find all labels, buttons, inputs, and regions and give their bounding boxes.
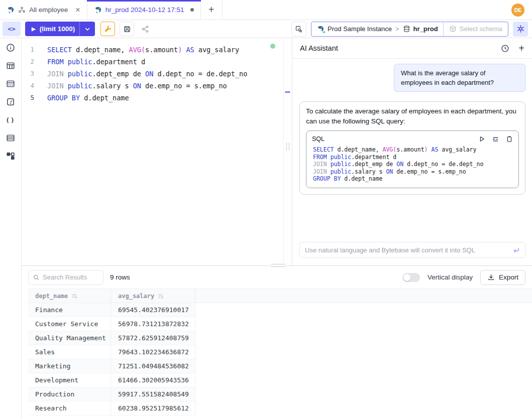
- ai-assistant-header: AI Assistant +: [292, 38, 532, 59]
- ai-assistant-toggle-button[interactable]: [513, 22, 528, 37]
- table-row[interactable]: Production59917.551582408549: [28, 387, 532, 401]
- table-data-icon: [6, 79, 15, 88]
- cell-dept-name[interactable]: Production: [28, 387, 111, 401]
- svg-text:f: f: [10, 99, 13, 105]
- table-header-row: dept_name avg_salary: [28, 289, 532, 303]
- schema-selector[interactable]: Select schema: [443, 22, 508, 36]
- cell-avg-salary[interactable]: 60238.952517985612: [111, 401, 195, 415]
- sort-icon[interactable]: [158, 293, 164, 299]
- cell-dept-name[interactable]: Marketing: [28, 359, 111, 373]
- run-query-button[interactable]: ▶ (limit 1000): [25, 22, 95, 36]
- results-toolbar: 9 rows Vertical display Export: [22, 266, 532, 289]
- results-resize-handle[interactable]: [271, 264, 286, 267]
- instance-name: Prod Sample Instance: [328, 25, 392, 33]
- cell-avg-salary[interactable]: 71251.049484536082: [111, 359, 195, 373]
- cell-avg-salary[interactable]: 61466.302005943536: [111, 373, 195, 387]
- tables-panel-button[interactable]: [5, 60, 16, 71]
- column-header-avg-salary[interactable]: avg_salary: [111, 289, 195, 303]
- info-panel-button[interactable]: [5, 42, 16, 53]
- ai-chat-area: What is the average salary of employees …: [292, 59, 532, 242]
- close-icon[interactable]: ×: [75, 6, 80, 14]
- code-language-label: SQL: [312, 134, 325, 144]
- function-icon: f: [6, 97, 15, 106]
- sql-editor[interactable]: 12345 SELECT d.dept_name, AVG(s.amount) …: [22, 38, 283, 265]
- cell-avg-salary[interactable]: 59917.551582408549: [111, 387, 195, 401]
- cell-dept-name[interactable]: Research: [28, 401, 111, 415]
- share-button[interactable]: [138, 22, 152, 36]
- postgres-icon: [316, 25, 325, 33]
- vertical-display-toggle[interactable]: [402, 273, 420, 282]
- sort-icon[interactable]: [71, 293, 77, 299]
- sql-editor-code[interactable]: SELECT d.dept_name, AVG(s.amount) AS avg…: [40, 44, 247, 265]
- toggle-knob: [403, 274, 410, 281]
- avatar[interactable]: DE: [511, 4, 524, 17]
- search-input[interactable]: [43, 273, 99, 281]
- functions-panel-button[interactable]: f: [5, 96, 16, 107]
- line-number: 3: [22, 68, 34, 80]
- er-diagram-icon: [6, 152, 15, 161]
- cell-dept-name[interactable]: Finance: [28, 303, 111, 317]
- schema-diagram-panel-button[interactable]: [5, 151, 16, 162]
- connection-breadcrumb[interactable]: Prod Sample Instance > hr_prod Select sc…: [311, 22, 508, 37]
- procedures-panel-button[interactable]: (): [5, 114, 16, 125]
- new-tab-button[interactable]: +: [201, 0, 223, 20]
- database-name: hr_prod: [413, 25, 438, 33]
- batch-query-button[interactable]: [291, 22, 306, 37]
- table-row[interactable]: Marketing71251.049484536082: [28, 359, 532, 373]
- ai-prompt-input[interactable]: [305, 246, 508, 254]
- table-row[interactable]: Research60238.952517985612: [28, 401, 532, 415]
- save-button[interactable]: [120, 22, 134, 36]
- run-options-caret[interactable]: [79, 22, 95, 36]
- table-row[interactable]: Sales79643.102234636872: [28, 345, 532, 359]
- wrench-icon: [104, 25, 112, 33]
- panel-resize-handle[interactable]: [286, 143, 289, 151]
- instance-database-selector[interactable]: Prod Sample Instance > hr_prod: [311, 22, 443, 36]
- cell-avg-salary[interactable]: 57872.625912408759: [111, 331, 195, 345]
- table-row[interactable]: Finance69545.402376910017: [28, 303, 532, 317]
- cell-avg-salary[interactable]: 56978.731213872832: [111, 317, 195, 331]
- editor-scrollbar-strip: [283, 38, 292, 265]
- tab-hr-prod[interactable]: hr_prod 2024-10-12 17:51: [87, 0, 201, 20]
- external-tables-panel-button[interactable]: [5, 132, 16, 144]
- breadcrumb-separator: >: [395, 25, 399, 33]
- info-icon: [6, 43, 15, 52]
- results-search-box[interactable]: [28, 270, 103, 285]
- worksheet-code-button[interactable]: <>: [3, 22, 21, 36]
- row-count: 9 rows: [110, 273, 130, 281]
- postgres-icon: [7, 6, 15, 14]
- batch-query-icon: [295, 25, 303, 33]
- download-icon: [487, 273, 495, 281]
- openai-icon: [516, 25, 525, 33]
- assistant-text: To calculate the average salary of emplo…: [306, 106, 519, 126]
- format-sql-button[interactable]: [100, 22, 115, 36]
- line-number: 5: [22, 92, 34, 104]
- assistant-message: To calculate the average salary of emplo…: [299, 101, 525, 195]
- table-row[interactable]: Customer Service56978.731213872832: [28, 317, 532, 331]
- insert-code-icon[interactable]: [492, 135, 499, 143]
- tab-all-employee[interactable]: All employee ×: [0, 0, 87, 20]
- scrollbar-thumb[interactable]: [285, 91, 290, 93]
- cell-avg-salary[interactable]: 79643.102234636872: [111, 345, 195, 359]
- results-table: dept_name avg_salary Finance69545.402376…: [22, 289, 532, 418]
- table-row[interactable]: Development61466.302005943536: [28, 373, 532, 387]
- cell-avg-salary[interactable]: 69545.402376910017: [111, 303, 195, 317]
- table-row[interactable]: Quality Management57872.625912408759: [28, 331, 532, 345]
- table-icon: [6, 61, 15, 70]
- cell-dept-name[interactable]: Customer Service: [28, 317, 111, 331]
- parentheses-icon: (): [6, 116, 16, 124]
- copy-code-icon[interactable]: [506, 135, 513, 143]
- cell-dept-name[interactable]: Quality Management: [28, 331, 111, 345]
- cell-dept-name[interactable]: Development: [28, 373, 111, 387]
- export-label: Export: [499, 273, 518, 281]
- instance-status-dot: [323, 31, 326, 34]
- export-button[interactable]: Export: [480, 270, 525, 285]
- new-chat-button[interactable]: +: [518, 43, 524, 53]
- run-label: (limit 1000): [40, 25, 75, 33]
- search-icon: [33, 274, 40, 281]
- column-header-dept-name[interactable]: dept_name: [28, 289, 111, 303]
- cell-dept-name[interactable]: Sales: [28, 345, 111, 359]
- table-data-panel-button[interactable]: [5, 78, 16, 89]
- run-code-icon[interactable]: [478, 135, 485, 143]
- history-clock-icon[interactable]: [501, 44, 509, 53]
- ai-assistant-panel: AI Assistant + What is the average salar…: [292, 38, 532, 265]
